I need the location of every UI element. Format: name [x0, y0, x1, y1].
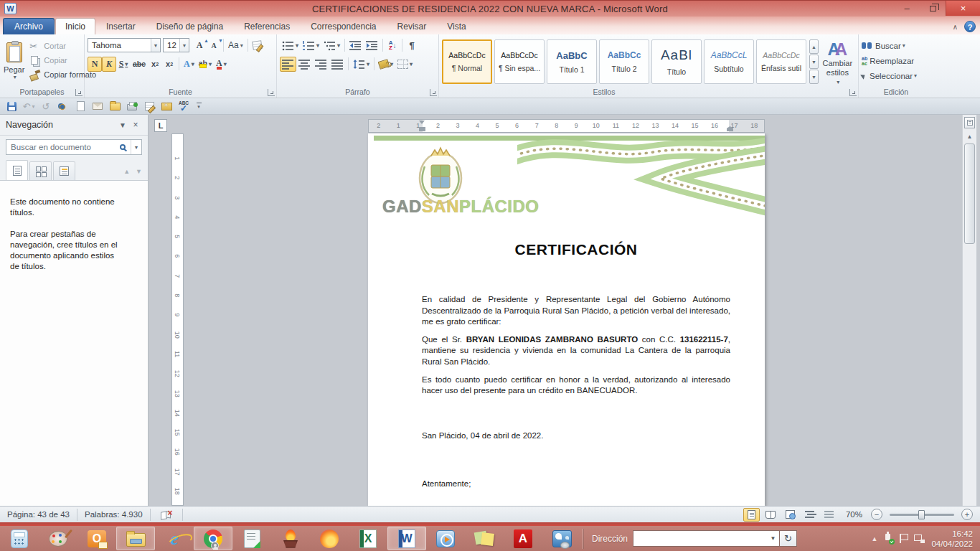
portapapeles-dialog-launcher[interactable]	[75, 89, 83, 96]
search-options-icon[interactable]: ▼	[131, 140, 141, 154]
taskbar-internet-explorer-icon[interactable]: e	[155, 527, 194, 550]
taskbar-sticky-notes-icon[interactable]	[465, 527, 504, 550]
taskbar-clock[interactable]: 16:42 04/04/2022	[931, 529, 973, 549]
find-button[interactable]: Buscar▾	[862, 38, 930, 53]
tab-referencias[interactable]: Referencias	[234, 18, 300, 34]
borders-button[interactable]: ▾	[395, 57, 415, 72]
page-indicator[interactable]: Página: 43 de 43	[0, 509, 77, 521]
close-button[interactable]: ×	[946, 1, 980, 16]
change-case-button[interactable]: Aa▾	[226, 38, 245, 53]
zoom-in-button[interactable]: +	[961, 509, 973, 520]
taskbar-fire-app-icon[interactable]	[271, 527, 310, 550]
bullets-button[interactable]: ▾	[280, 38, 301, 53]
quick-print-button[interactable]	[125, 100, 139, 113]
zoom-out-button[interactable]: −	[871, 509, 882, 520]
fullscreen-reading-view-button[interactable]	[763, 508, 779, 522]
style-enfasis-sutil[interactable]: AaBbCcDcÉnfasis sutil	[756, 39, 806, 84]
browse-headings-tab[interactable]	[6, 160, 28, 180]
align-right-button[interactable]	[313, 57, 329, 72]
grow-font-button[interactable]: A▲	[192, 38, 207, 53]
zoom-slider[interactable]	[890, 514, 954, 516]
change-styles-button[interactable]: AA Cambiar estilos▾	[820, 37, 855, 86]
subscript-button[interactable]: x2	[148, 57, 162, 72]
undo-button[interactable]: ↶▾	[22, 100, 36, 113]
draft-view-button-status[interactable]	[821, 508, 837, 522]
shading-button[interactable]: ▾	[377, 57, 395, 72]
tab-correspondencia[interactable]: Correspondencia	[301, 18, 386, 34]
fuente-dialog-launcher[interactable]	[268, 89, 275, 96]
spelling-button[interactable]: ABC✓	[176, 100, 191, 113]
minimize-button[interactable]: –	[894, 1, 920, 16]
vertical-ruler[interactable]: 123456789101112131415161718	[171, 133, 184, 506]
help-button[interactable]: ?	[964, 21, 976, 32]
tab-inicio[interactable]: Inicio	[55, 18, 95, 34]
horizontal-ruler[interactable]: 21123456789101112131415161718	[368, 119, 765, 133]
style-titulo-2[interactable]: AaBbCcTítulo 2	[599, 39, 649, 84]
action-center-flag-icon[interactable]	[899, 534, 908, 543]
styles-gallery-expand[interactable]: ▼	[809, 70, 819, 84]
zoom-slider-thumb[interactable]	[918, 510, 925, 519]
tab-insertar[interactable]: Insertar	[96, 18, 146, 34]
show-marks-button[interactable]: ¶	[405, 38, 419, 53]
taskbar-autocad-icon[interactable]: A	[504, 527, 542, 550]
taskbar-outlook-icon[interactable]: O	[77, 527, 116, 550]
underline-button[interactable]: S▾	[116, 57, 131, 72]
font-color-button[interactable]: A▾	[214, 57, 229, 72]
scroll-up-icon[interactable]: ▲	[965, 133, 974, 140]
bold-button[interactable]: N	[88, 57, 102, 72]
superscript-button[interactable]: x2	[162, 57, 176, 72]
browse-results-tab[interactable]	[53, 161, 75, 180]
taskbar-file-explorer-icon[interactable]	[116, 527, 155, 550]
decrease-indent-button[interactable]	[347, 38, 364, 53]
web-layout-view-button[interactable]	[782, 508, 798, 522]
tab-archivo[interactable]: Archivo	[3, 18, 55, 34]
style-titulo-1[interactable]: AaBbCTítulo 1	[547, 39, 597, 84]
parrafo-dialog-launcher[interactable]	[430, 89, 437, 96]
redo-button[interactable]: ↺	[39, 100, 53, 113]
address-refresh-button[interactable]: ↻	[780, 530, 797, 547]
show-hidden-icons-chevron[interactable]: ▲	[872, 535, 878, 542]
scrollbar-thumb[interactable]	[964, 143, 975, 244]
restore-button[interactable]	[920, 1, 946, 16]
italic-button[interactable]: K	[102, 57, 116, 72]
font-size-dropdown-icon[interactable]: ▼	[179, 39, 189, 52]
zoom-level[interactable]: 70%	[846, 510, 862, 519]
style-normal[interactable]: AaBbCcDc¶ Normal	[442, 39, 492, 84]
taskbar-control-panel-icon[interactable]	[542, 527, 581, 550]
taskbar-paint-icon[interactable]	[39, 527, 77, 550]
clear-formatting-button[interactable]	[250, 38, 265, 53]
styles-scroll-down[interactable]: ▼	[809, 55, 819, 69]
style-subtitulo[interactable]: AaBbCcLSubtítulo	[704, 39, 754, 84]
paste-button[interactable]: Pegar ▾	[3, 37, 25, 85]
address-dropdown-icon[interactable]: ▼	[767, 531, 779, 546]
next-result-icon[interactable]: ▼	[136, 168, 142, 175]
open-button[interactable]	[108, 100, 122, 113]
select-button[interactable]: Seleccionar▾	[862, 68, 930, 83]
replace-button[interactable]: abacReemplazar	[862, 53, 930, 68]
word-count[interactable]: Palabras: 4.930	[77, 509, 151, 521]
taskbar-firefox-icon[interactable]	[310, 527, 349, 550]
view-ruler-button[interactable]	[964, 117, 975, 128]
browse-pages-tab[interactable]	[29, 161, 52, 180]
style-titulo[interactable]: AaBlTítulo	[651, 39, 702, 84]
document-body[interactable]: En calidad de Presidente y Representante…	[422, 294, 730, 496]
increase-indent-button[interactable]	[364, 38, 380, 53]
sort-button[interactable]: AZ↓	[385, 38, 400, 53]
taskbar-chrome-icon[interactable]	[194, 527, 232, 550]
document-search-input[interactable]: Buscar en documento ▼	[6, 139, 142, 155]
navigation-close-icon[interactable]: ×	[129, 118, 142, 131]
strikethrough-button[interactable]: abe	[131, 57, 148, 72]
qat-customize-button[interactable]: ▾	[194, 101, 204, 111]
style-sin-espaciado[interactable]: AaBbCcDc¶ Sin espa...	[494, 39, 545, 84]
vertical-scrollbar[interactable]: ▲	[962, 115, 976, 506]
document-page[interactable]: GADSANPLÁCIDO CERTIFICACIÓN En calidad d…	[368, 133, 765, 506]
taskbar-calculator-icon[interactable]	[0, 527, 39, 550]
taskbar-media-player-icon[interactable]	[426, 527, 465, 550]
font-family-combobox[interactable]: Tahoma▼	[88, 38, 161, 52]
tab-diseno-de-pagina[interactable]: Diseño de página	[146, 18, 233, 34]
draft-view-button[interactable]	[142, 100, 156, 113]
taskbar-camscanner-icon[interactable]	[232, 527, 271, 550]
address-input[interactable]: ▼	[633, 530, 780, 547]
align-center-button[interactable]	[296, 57, 313, 72]
special-folder-button[interactable]	[159, 100, 174, 113]
